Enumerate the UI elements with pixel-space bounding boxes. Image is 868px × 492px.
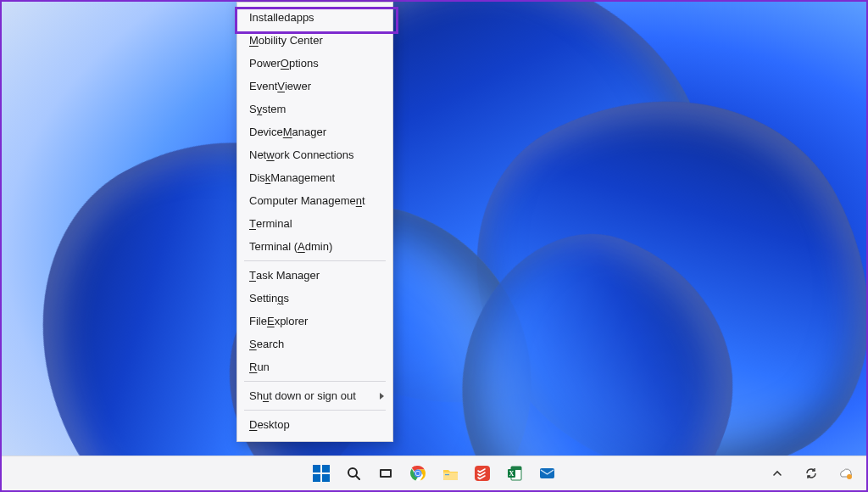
tray-sync-icon[interactable]	[798, 461, 824, 486]
menu-separator	[244, 381, 386, 382]
menu-item-system[interactable]: System	[237, 98, 392, 120]
taskbar-task-view-button[interactable]	[373, 461, 398, 486]
menu-item-computer-management[interactable]: Computer Management	[237, 189, 392, 212]
taskbar-chrome-button[interactable]	[405, 461, 431, 486]
system-tray	[765, 461, 858, 486]
winx-context-menu: Installed appsMobility CenterPower Optio…	[236, 2, 393, 442]
taskbar: X	[2, 456, 866, 490]
taskbar-start-button[interactable]	[309, 461, 334, 486]
menu-separator	[244, 410, 386, 411]
menu-item-file-explorer[interactable]: File Explorer	[237, 310, 392, 333]
menu-item-power-options[interactable]: Power Options	[237, 52, 392, 75]
show-hidden-icons[interactable]	[765, 461, 790, 486]
menu-item-disk-management[interactable]: Disk Management	[237, 166, 392, 189]
menu-item-network-connections[interactable]: Network Connections	[237, 143, 392, 166]
svg-line-1	[356, 476, 359, 479]
taskbar-todoist-button[interactable]	[470, 461, 495, 486]
svg-point-16	[847, 474, 852, 479]
svg-rect-9	[445, 474, 449, 475]
svg-rect-15	[540, 468, 554, 478]
menu-item-desktop[interactable]: Desktop	[237, 413, 392, 436]
taskbar-search-button[interactable]	[341, 461, 366, 486]
menu-item-terminal-admin[interactable]: Terminal (Admin)	[237, 235, 392, 258]
menu-item-run[interactable]: Run	[237, 355, 392, 378]
menu-item-installed-apps[interactable]: Installed apps	[237, 6, 392, 29]
menu-item-mobility-center[interactable]: Mobility Center	[237, 29, 392, 52]
taskbar-excel-button[interactable]: X	[502, 461, 527, 486]
taskbar-explorer-button[interactable]	[437, 461, 463, 486]
menu-item-settings[interactable]: Settings	[237, 287, 392, 310]
menu-item-search[interactable]: Search	[237, 333, 392, 355]
menu-item-task-manager[interactable]: Task Manager	[237, 264, 392, 287]
tray-onedrive-icon[interactable]	[832, 461, 858, 486]
svg-point-7	[416, 472, 420, 476]
desktop-wallpaper	[2, 2, 866, 456]
taskbar-mail-button[interactable]	[534, 461, 559, 486]
menu-item-event-viewer[interactable]: Event Viewer	[237, 75, 392, 98]
svg-rect-3	[381, 471, 390, 476]
menu-item-terminal[interactable]: Terminal	[237, 212, 392, 235]
menu-separator	[244, 260, 386, 261]
menu-item-shut-down-or-sign-out[interactable]: Shut down or sign out	[237, 384, 392, 407]
svg-rect-8	[443, 472, 458, 480]
svg-text:X: X	[509, 470, 515, 478]
menu-item-device-manager[interactable]: Device Manager	[237, 120, 392, 143]
